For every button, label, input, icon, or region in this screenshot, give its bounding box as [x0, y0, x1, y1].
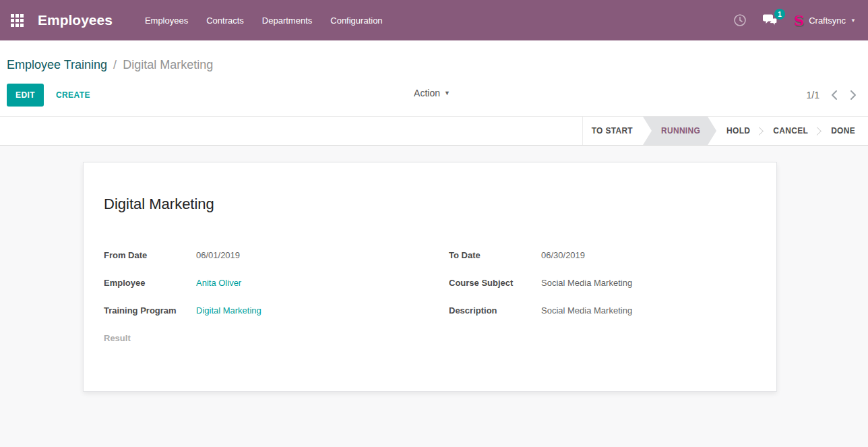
app-title[interactable]: Employees — [38, 12, 113, 28]
activities-button[interactable] — [733, 13, 747, 27]
pager-nav — [830, 90, 857, 100]
field-label: Result — [104, 332, 196, 345]
field-course-subject: Course Subject Social Media Marketing — [449, 276, 756, 289]
user-caret-icon: ▼ — [850, 18, 856, 24]
messages-badge: 1 — [774, 9, 785, 20]
control-panel-buttons: EDIT CREATE Action ▼ 1/1 — [7, 84, 857, 116]
user-menu[interactable]: S Craftsync ▼ — [794, 13, 856, 28]
breadcrumb-parent-link[interactable]: Employee Training — [7, 58, 107, 71]
menu-item-contracts[interactable]: Contracts — [206, 16, 244, 26]
field-value: 06/01/2019 — [196, 249, 240, 262]
pager: 1/1 — [807, 90, 857, 100]
apps-menu-button[interactable] — [0, 0, 34, 40]
create-button[interactable]: CREATE — [56, 90, 90, 100]
menu-item-departments[interactable]: Departments — [262, 16, 312, 26]
action-dropdown-label: Action — [414, 88, 440, 98]
breadcrumb-current: Digital Marketing — [123, 58, 213, 71]
field-to-date: To Date 06/30/2019 — [449, 249, 756, 262]
pager-previous-button[interactable] — [830, 90, 838, 100]
field-training-program: Training Program Digital Marketing — [104, 304, 411, 317]
field-employee: Employee Anita Oliver — [104, 276, 411, 289]
field-result: Result — [104, 332, 411, 345]
control-panel: Employee Training / Digital Marketing ED… — [0, 40, 868, 116]
user-name: Craftsync — [809, 16, 846, 26]
employee-link[interactable]: Anita Oliver — [196, 276, 241, 289]
field-label: To Date — [449, 249, 541, 262]
action-dropdown[interactable]: Action ▼ — [414, 88, 450, 98]
status-step-done[interactable]: DONE — [822, 117, 864, 145]
field-label: Course Subject — [449, 276, 541, 289]
breadcrumb-separator: / — [113, 58, 117, 71]
chevron-left-icon — [830, 90, 838, 100]
field-label: Employee — [104, 276, 196, 289]
field-from-date: From Date 06/01/2019 — [104, 249, 411, 262]
field-label: Training Program — [104, 304, 196, 317]
status-step-to-start[interactable]: TO START — [582, 117, 642, 145]
pager-next-button[interactable] — [850, 90, 857, 100]
status-step-cancel[interactable]: CANCEL — [764, 117, 817, 145]
field-value: 06/30/2019 — [541, 249, 585, 262]
messages-button[interactable]: 1 — [763, 13, 778, 27]
status-step-hold[interactable]: HOLD — [718, 117, 759, 145]
form-sheet: Digital Marketing From Date 06/01/2019 E… — [83, 162, 777, 392]
content-area: Digital Marketing From Date 06/01/2019 E… — [0, 146, 868, 428]
pager-count: 1/1 — [807, 90, 819, 100]
statusbar: TO START RUNNING HOLD CANCEL DONE — [0, 116, 868, 146]
action-caret-icon: ▼ — [444, 90, 450, 96]
menu-item-employees[interactable]: Employees — [145, 16, 188, 26]
chevron-right-icon — [850, 90, 857, 100]
navbar-right: 1 S Craftsync ▼ — [733, 13, 856, 28]
training-program-link[interactable]: Digital Marketing — [196, 304, 261, 317]
breadcrumb: Employee Training / Digital Marketing — [7, 58, 857, 72]
record-title: Digital Marketing — [104, 196, 756, 213]
field-description: Description Social Media Marketing — [449, 304, 756, 317]
edit-button[interactable]: EDIT — [7, 84, 44, 107]
status-step-running-active[interactable]: RUNNING — [643, 117, 716, 145]
company-logo: S — [794, 13, 804, 28]
field-value: Social Media Marketing — [541, 276, 632, 289]
field-value: Social Media Marketing — [541, 304, 632, 317]
top-navbar: Employees Employees Contracts Department… — [0, 0, 868, 40]
field-label: Description — [449, 304, 541, 317]
field-label: From Date — [104, 249, 196, 262]
field-grid: From Date 06/01/2019 Employee Anita Oliv… — [104, 249, 756, 359]
field-column-left: From Date 06/01/2019 Employee Anita Oliv… — [104, 249, 411, 359]
main-menu: Employees Contracts Departments Configur… — [145, 16, 383, 26]
field-column-right: To Date 06/30/2019 Course Subject Social… — [449, 249, 756, 359]
menu-item-configuration[interactable]: Configuration — [330, 16, 382, 26]
activity-clock-icon — [733, 13, 747, 27]
apps-grid-icon — [11, 14, 24, 27]
